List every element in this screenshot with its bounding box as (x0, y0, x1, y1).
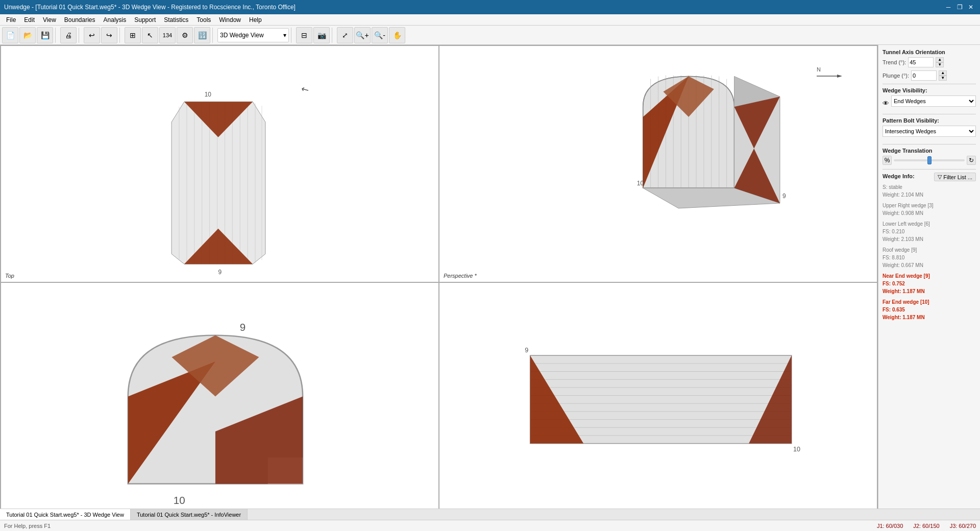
divider-3 (883, 144, 976, 144)
svg-marker-20 (837, 75, 842, 78)
slider-left-button[interactable]: % (883, 156, 892, 165)
slider-thumb[interactable] (927, 156, 932, 164)
filter-list-button[interactable]: ▽ Filter List ... (934, 173, 976, 181)
view-dropdown[interactable]: 3D Wedge View ▾ (217, 28, 289, 42)
wedge-info-content: S: stable Weight: 2.104 MN Upper Right w… (883, 183, 976, 321)
menu-statistics[interactable]: Statistics (160, 15, 192, 25)
slider-track[interactable] (894, 159, 965, 161)
menu-bar: File Edit View Boundaries Analysis Suppo… (0, 14, 980, 26)
svg-text:9: 9 (525, 347, 528, 354)
bolt2-button[interactable]: ⚙ (177, 27, 193, 43)
viewport-perspective: N (439, 45, 877, 282)
trend-row: Trend (°): ▲ ▼ (883, 57, 976, 67)
menu-edit[interactable]: Edit (20, 15, 39, 25)
top-svg: 10 9 ↖ (1, 46, 438, 282)
camera-button[interactable]: 📷 (313, 27, 330, 43)
tab-infoviewer[interactable]: Tutorial 01 Quick Start.weg5* - InfoView… (131, 509, 248, 520)
wedge-visibility-row: 👁 End Wedges All Wedges No Wedges (883, 95, 976, 111)
grid-button[interactable]: ⊞ (125, 27, 141, 43)
menu-window[interactable]: Window (215, 15, 245, 25)
trend-spinner: ▲ ▼ (936, 57, 944, 67)
svg-text:10: 10 (637, 180, 644, 187)
menu-tools[interactable]: Tools (192, 15, 215, 25)
wedge-translation-slider: % ↻ (883, 156, 976, 165)
top-label: Top (5, 273, 14, 279)
zoom-out-button[interactable]: 🔍- (372, 27, 388, 43)
eye-icon: 👁 (883, 100, 889, 107)
menu-view[interactable]: View (39, 15, 60, 25)
trend-input[interactable] (908, 57, 934, 67)
separator-6 (332, 28, 335, 43)
separator-2 (79, 28, 82, 43)
wedge-entry-stable: S: stable Weight: 2.104 MN (883, 183, 976, 199)
svg-text:9: 9 (240, 321, 246, 333)
pan-button[interactable]: ✋ (389, 27, 405, 43)
plunge-down-button[interactable]: ▼ (939, 76, 947, 81)
tab-3d-wedge[interactable]: Tutorial 01 Quick Start.weg5* - 3D Wedge… (0, 509, 131, 520)
separator-5 (291, 28, 294, 43)
close-button[interactable]: ✕ (966, 2, 976, 12)
svg-text:9: 9 (218, 269, 222, 276)
trend-down-button[interactable]: ▼ (936, 62, 944, 67)
new-button[interactable]: 📄 (2, 27, 18, 43)
north-indicator: N (817, 66, 846, 81)
filter-icon: ▽ (938, 174, 942, 180)
window-controls: ─ ❐ ✕ (943, 2, 976, 12)
help-text: For Help, press F1 (4, 523, 867, 529)
wedge-info-header: Wedge Info: ▽ Filter List ... (883, 173, 976, 181)
menu-file[interactable]: File (2, 15, 20, 25)
undo-button[interactable]: ↩ (84, 27, 100, 43)
j2-coord: J2: 60/150 (913, 523, 939, 529)
save-button[interactable]: 💾 (37, 27, 53, 43)
wedge-translation-title: Wedge Translation (883, 148, 976, 154)
menu-support[interactable]: Support (130, 15, 160, 25)
zoom-in-button[interactable]: 🔍+ (354, 27, 371, 43)
viewport-front: 9 10 Front (1, 282, 439, 519)
viewport-side: 9 10 Side (439, 282, 877, 519)
trend-up-button[interactable]: ▲ (936, 57, 944, 62)
menu-boundaries[interactable]: Boundaries (60, 15, 100, 25)
coordinates: J1: 60/030 J2: 60/150 J3: 60/270 (877, 523, 976, 529)
menu-analysis[interactable]: Analysis (100, 15, 131, 25)
layout-button[interactable]: ⊟ (296, 27, 312, 43)
print-button[interactable]: 🖨 (60, 27, 77, 43)
plunge-up-button[interactable]: ▲ (939, 70, 947, 76)
wedge-visibility-select[interactable]: End Wedges All Wedges No Wedges (891, 95, 976, 107)
menu-help[interactable]: Help (245, 15, 266, 25)
pattern-bolt-select[interactable]: Intersecting Wedges All Wedges No Wedges (883, 126, 976, 137)
wedge-entry-lower-left: Lower Left wedge [6] FS: 0.210 Weight: 2… (883, 220, 976, 243)
tab-bar: Tutorial 01 Quick Start.weg5* - 3D Wedge… (0, 509, 980, 520)
bolt-button[interactable]: 134 (159, 27, 176, 43)
minimize-button[interactable]: ─ (943, 2, 953, 12)
perspective-label: Perspective * (444, 273, 477, 279)
plunge-spinner: ▲ ▼ (939, 70, 947, 81)
restore-button[interactable]: ❐ (954, 2, 965, 12)
fit-button[interactable]: ⤢ (337, 27, 353, 43)
redo-button[interactable]: ↪ (101, 27, 117, 43)
plunge-label: Plunge (°): (883, 73, 909, 79)
wedge-visibility-title: Wedge Visibility: (883, 87, 976, 93)
wedge-entry-upper-right: Upper Right wedge [3] Weight: 0.908 MN (883, 202, 976, 217)
plunge-row: Plunge (°): ▲ ▼ (883, 70, 976, 81)
j3-coord: J3: 60/270 (950, 523, 976, 529)
viewport-area: 10 9 ↖ Top N (0, 45, 878, 520)
perspective-svg: 10 9 (439, 46, 877, 282)
right-panel: Tunnel Axis Orientation Trend (°): ▲ ▼ P… (878, 45, 980, 520)
slider-right-button[interactable]: ↻ (967, 156, 976, 165)
separator-1 (55, 28, 58, 43)
wedge-info-title: Wedge Info: (883, 173, 915, 179)
separator-4 (212, 28, 215, 43)
tab-3d-wedge-label: Tutorial 01 Quick Start.weg5* - 3D Wedge… (6, 512, 124, 518)
calc-button[interactable]: 🔢 (194, 27, 210, 43)
main-layout: 10 9 ↖ Top N (0, 45, 980, 520)
status-bar: For Help, press F1 J1: 60/030 J2: 60/150… (0, 520, 980, 531)
open-button[interactable]: 📂 (19, 27, 36, 43)
select-button[interactable]: ↖ (142, 27, 158, 43)
window-title: Unwedge - [Tutorial 01 Quick Start.weg5*… (4, 4, 296, 11)
svg-text:9: 9 (782, 192, 786, 200)
wedge-entry-roof: Roof wedge [9] FS: 8.810 Weight: 0.667 M… (883, 246, 976, 269)
plunge-input[interactable] (911, 70, 937, 81)
front-svg: 9 10 (1, 283, 438, 519)
divider-2 (883, 114, 976, 114)
view-dropdown-label: 3D Wedge View (220, 32, 264, 39)
